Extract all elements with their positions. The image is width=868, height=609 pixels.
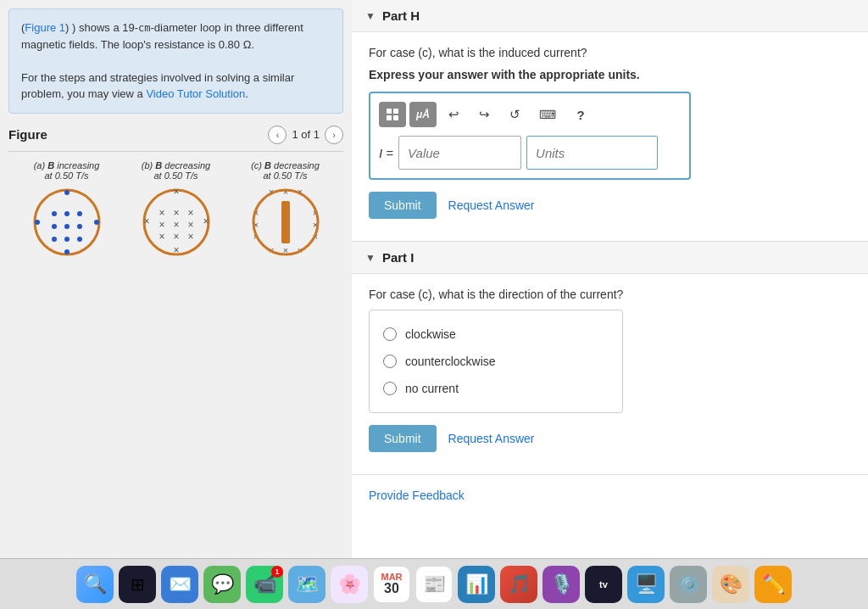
dock-mail[interactable]: ✉️ bbox=[161, 566, 198, 603]
svg-point-4 bbox=[52, 224, 57, 229]
svg-text:×: × bbox=[187, 219, 193, 231]
matrix-button[interactable] bbox=[379, 102, 406, 127]
svg-point-3 bbox=[77, 211, 82, 216]
figure-section: Figure ‹ 1 of 1 › (a) B increasingat 0.5… bbox=[8, 122, 343, 264]
svg-text:×: × bbox=[159, 207, 164, 219]
part-i-title: Part I bbox=[382, 250, 415, 265]
no-current-label[interactable]: no current bbox=[405, 382, 459, 395]
feedback-section: Provide Feedback bbox=[352, 475, 868, 516]
svg-point-7 bbox=[52, 237, 57, 242]
svg-point-13 bbox=[64, 249, 70, 254]
part-i-question: For case (c), what is the direction of t… bbox=[369, 288, 851, 301]
figure-divider bbox=[8, 151, 343, 152]
svg-text:×: × bbox=[282, 187, 287, 197]
part-h-title: Part H bbox=[382, 8, 420, 23]
video-tutor-link[interactable]: Video Tutor Solution bbox=[146, 87, 245, 100]
circle-fig-a bbox=[29, 184, 105, 260]
dock-calendar[interactable]: MAR30 bbox=[373, 566, 410, 603]
dock-settings[interactable]: ⚙️ bbox=[670, 566, 707, 603]
part-i-section: ▼ Part I For case (c), what is the direc… bbox=[352, 242, 868, 475]
svg-text:×: × bbox=[143, 215, 149, 227]
figure-title: Figure bbox=[8, 127, 47, 142]
svg-text:×: × bbox=[173, 207, 179, 219]
clockwise-radio[interactable] bbox=[383, 327, 397, 341]
provide-feedback-link[interactable]: Provide Feedback bbox=[369, 489, 465, 502]
dock-finder[interactable]: 🔍 bbox=[76, 566, 114, 603]
part-h-content: For case (c), what is the induced curren… bbox=[352, 32, 868, 241]
radio-option-counterclockwise: counterclockwise bbox=[383, 348, 609, 375]
svg-rect-45 bbox=[393, 115, 398, 120]
part-i-header[interactable]: ▼ Part I bbox=[352, 242, 868, 274]
svg-point-12 bbox=[64, 190, 70, 195]
units-input[interactable] bbox=[526, 136, 658, 170]
mu-button[interactable]: μÅ bbox=[409, 102, 437, 127]
radio-option-clockwise: clockwise bbox=[383, 321, 609, 348]
svg-text:×: × bbox=[173, 244, 179, 256]
figure-item-c: (c) B decreasingat 0.50 T/s × × × × × × … bbox=[236, 160, 334, 260]
svg-rect-42 bbox=[387, 109, 392, 114]
dock-launchpad[interactable]: ⊞ bbox=[119, 566, 156, 603]
svg-point-0 bbox=[35, 190, 99, 254]
figure-link[interactable]: Figure 1 bbox=[25, 21, 65, 34]
svg-text:×: × bbox=[203, 215, 209, 227]
figure-header: Figure ‹ 1 of 1 › bbox=[8, 126, 343, 144]
info-box: (Figure 1) ) shows a 19-cm-diameter loop… bbox=[8, 8, 343, 114]
figure-item-a: (a) B increasingat 0.50 T/s bbox=[18, 160, 115, 260]
figure-next-button[interactable]: › bbox=[325, 126, 343, 144]
dock-news[interactable]: 📰 bbox=[415, 566, 453, 603]
dock-tv[interactable]: tv bbox=[585, 566, 622, 603]
svg-text:×: × bbox=[187, 231, 193, 243]
svg-text:×: × bbox=[187, 207, 193, 219]
svg-rect-44 bbox=[387, 115, 392, 120]
undo-button[interactable]: ↩ bbox=[440, 102, 467, 127]
dock-facetime[interactable]: 📹 1 bbox=[246, 566, 283, 603]
svg-point-8 bbox=[64, 237, 70, 242]
part-i-chevron: ▼ bbox=[365, 252, 376, 264]
svg-text:×: × bbox=[173, 231, 179, 243]
dock-messages[interactable]: 💬 bbox=[203, 566, 241, 603]
svg-point-5 bbox=[64, 224, 70, 229]
reset-button[interactable]: ↺ bbox=[501, 102, 528, 127]
math-toolbar: μÅ ↩ ↪ ↺ ⌨ ? bbox=[379, 102, 681, 127]
dock-maps[interactable]: 🗺️ bbox=[288, 566, 326, 603]
counterclockwise-label[interactable]: counterclockwise bbox=[405, 355, 496, 368]
part-h-submit-button[interactable]: Submit bbox=[369, 192, 437, 219]
circle-fig-b: × × × × × × × × × × × × bbox=[138, 184, 214, 260]
math-input-area: μÅ ↩ ↪ ↺ ⌨ ? I = bbox=[369, 92, 691, 180]
figure-item-b: (b) B decreasingat 0.50 T/s × × × × × × bbox=[127, 160, 225, 260]
radio-option-no-current: no current bbox=[383, 375, 609, 402]
part-h-header[interactable]: ▼ Part H bbox=[352, 0, 868, 32]
dock-analytics[interactable]: 📊 bbox=[458, 566, 495, 603]
left-panel: (Figure 1) ) shows a 19-cm-diameter loop… bbox=[0, 0, 352, 558]
value-input[interactable] bbox=[398, 136, 521, 170]
video-tutor-text: For the steps and strategies involved in… bbox=[21, 70, 331, 103]
dock-desktop[interactable]: 🖥️ bbox=[627, 566, 665, 603]
part-h-express: Express your answer with the appropriate… bbox=[369, 68, 851, 81]
dock-music[interactable]: 🎵 bbox=[500, 566, 537, 603]
dock-photos[interactable]: 🌸 bbox=[331, 566, 368, 603]
figure-counter: 1 of 1 bbox=[292, 128, 320, 141]
dock-notes[interactable]: ✏️ bbox=[754, 566, 792, 603]
part-i-request-answer-link[interactable]: Request Answer bbox=[448, 432, 535, 445]
figure-prev-button[interactable]: ‹ bbox=[268, 126, 287, 144]
svg-point-9 bbox=[77, 237, 82, 242]
part-i-actions: Submit Request Answer bbox=[369, 425, 851, 452]
svg-point-1 bbox=[52, 211, 57, 216]
part-h-request-answer-link[interactable]: Request Answer bbox=[448, 198, 535, 212]
keyboard-button[interactable]: ⌨ bbox=[531, 102, 564, 127]
clockwise-label[interactable]: clockwise bbox=[405, 327, 456, 341]
counterclockwise-radio[interactable] bbox=[383, 355, 397, 368]
dock-podcasts[interactable]: 🎙️ bbox=[542, 566, 580, 603]
svg-point-2 bbox=[64, 211, 70, 216]
figures-row: (a) B increasingat 0.50 T/s bbox=[8, 160, 343, 260]
svg-point-6 bbox=[77, 224, 82, 229]
svg-point-10 bbox=[35, 220, 40, 225]
dock-art1[interactable]: 🎨 bbox=[712, 566, 749, 603]
no-current-radio[interactable] bbox=[383, 382, 397, 395]
svg-text:×: × bbox=[173, 186, 179, 198]
messages-badge: 1 bbox=[271, 566, 283, 578]
redo-button[interactable]: ↪ bbox=[470, 102, 498, 127]
math-input-row: I = bbox=[379, 136, 681, 170]
help-button[interactable]: ? bbox=[567, 102, 594, 127]
part-i-submit-button[interactable]: Submit bbox=[369, 425, 437, 452]
